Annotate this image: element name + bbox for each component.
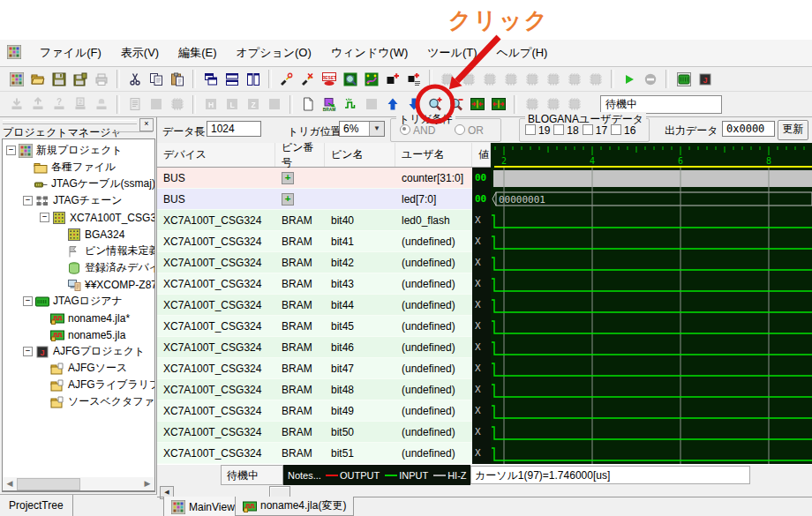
- bit-19-checkbox[interactable]: [525, 124, 536, 135]
- save-multi-button[interactable]: [70, 69, 91, 90]
- column-header-4[interactable]: 値: [472, 143, 491, 167]
- tree-item-[interactable]: −新規プロジェクト: [3, 142, 154, 159]
- table-row-bit41[interactable]: XC7A100T_CSG324BRAMbit41(undefined): [157, 231, 472, 252]
- reset-button[interactable]: RESET: [319, 69, 340, 90]
- column-header-3[interactable]: ユーザ名: [395, 143, 472, 167]
- cut-button[interactable]: [124, 69, 146, 90]
- expand-bus-button[interactable]: +: [282, 193, 294, 206]
- collapse-icon[interactable]: −: [40, 213, 49, 222]
- tile-vertical-button[interactable]: [243, 69, 264, 90]
- table-row-bit42[interactable]: XC7A100T_CSG324BRAMbit42(undefined): [157, 252, 472, 273]
- menu-ツール[interactable]: ツール(T): [417, 41, 486, 64]
- trigger-position-select[interactable]: 6% ▼: [339, 121, 385, 137]
- tree-item-xcompz87[interactable]: ¥¥XCOMP-Z87: [3, 276, 154, 293]
- zoom-fit-button[interactable]: [467, 93, 488, 115]
- tree-item-ajfg[interactable]: AJFGライブラリファイル: [3, 377, 154, 393]
- logana-board-button[interactable]: [673, 69, 695, 90]
- add-target-list-button[interactable]: [403, 69, 425, 90]
- tab-project-tree[interactable]: ProjectTree: [0, 495, 73, 516]
- menu-編集[interactable]: 編集(E): [169, 41, 226, 64]
- scroll-right-icon[interactable]: ▶: [141, 478, 154, 489]
- column-header-0[interactable]: デバイス: [157, 143, 275, 167]
- boundary-scan-button[interactable]: [361, 69, 382, 90]
- notes-button[interactable]: Notes...: [288, 470, 321, 481]
- paste-button[interactable]: [167, 69, 188, 90]
- disconnect-cable-button[interactable]: [297, 69, 319, 90]
- table-row-bit47[interactable]: XC7A100T_CSG324BRAMbit47(undefined): [157, 358, 472, 379]
- update-button[interactable]: 更新: [778, 120, 808, 140]
- table-row-bit43[interactable]: XC7A100T_CSG324BRAMbit43(undefined): [157, 273, 472, 295]
- tree-item-bga324[interactable]: BGA324: [3, 226, 154, 243]
- tree-item-ajfg[interactable]: AJFGソース: [3, 360, 154, 377]
- tree-item-ajfg[interactable]: −JAJFGプロジェクト: [3, 343, 154, 360]
- run-button[interactable]: [619, 69, 640, 90]
- scan-chain-button[interactable]: [340, 69, 361, 90]
- app-grid-button[interactable]: [6, 69, 27, 90]
- menu-オプション[interactable]: オプション(O): [227, 41, 321, 64]
- scrollbar-thumb[interactable]: [17, 478, 80, 490]
- tree-item-[interactable]: 各種ファイル: [3, 159, 154, 176]
- column-header-1[interactable]: ピン番号: [275, 143, 325, 167]
- tab-noname4[interactable]: noname4.jla(変更): [235, 497, 354, 516]
- bram-probe-button[interactable]: BRAM: [319, 93, 340, 115]
- new-waveform-button[interactable]: [297, 93, 319, 115]
- copy-button[interactable]: [146, 69, 167, 90]
- panel-grip[interactable]: [3, 120, 137, 124]
- table-row-counter[31:0][interactable]: BUS+counter[31:0]: [157, 168, 472, 189]
- tree-horizontal-scrollbar[interactable]: ◀ ▶: [2, 477, 155, 491]
- svg-text:?: ?: [56, 97, 62, 107]
- data-length-input[interactable]: 1024: [207, 121, 261, 137]
- close-icon[interactable]: ×: [139, 118, 154, 131]
- tree-item-jtag[interactable]: −JTAGロジアナ: [3, 293, 154, 310]
- bit-18-checkbox[interactable]: [553, 124, 564, 135]
- chevron-down-icon[interactable]: ▼: [369, 122, 384, 136]
- table-row-led[7:0][interactable]: BUS+led[7:0]: [157, 189, 472, 210]
- and-radio[interactable]: [400, 124, 410, 135]
- collapse-icon[interactable]: −: [6, 146, 16, 155]
- menu-ウィンドウ[interactable]: ウィンドウ(W): [321, 41, 417, 64]
- tree-item-[interactable]: ピン情報未定義: [3, 243, 154, 259]
- collapse-icon[interactable]: −: [23, 347, 33, 356]
- open-folder-button[interactable]: [27, 69, 49, 90]
- collapse-icon[interactable]: −: [23, 196, 33, 206]
- bit-16-checkbox[interactable]: [611, 124, 621, 135]
- cascade-windows-button[interactable]: [200, 69, 222, 90]
- expand-bus-button[interactable]: +: [282, 172, 294, 184]
- tree-item-noname4jla[interactable]: noname4.jla*: [3, 310, 154, 326]
- waveform-canvas[interactable]: 246800000001: [491, 143, 812, 464]
- table-row-bit50[interactable]: XC7A100T_CSG324BRAMbit50(undefined): [157, 422, 472, 443]
- set-high-icon: H: [204, 97, 218, 111]
- output-data-input[interactable]: 0x0000: [722, 121, 775, 137]
- menu-ヘルプ[interactable]: ヘルプ(H): [486, 41, 557, 64]
- scroll-left-icon[interactable]: ◀: [4, 478, 16, 489]
- menu-ファイル[interactable]: ファイル(F): [30, 41, 111, 64]
- table-row-bit40[interactable]: XC7A100T_CSG324BRAMbit40led0_flash: [157, 210, 472, 231]
- column-header-2[interactable]: ピン名: [325, 143, 395, 167]
- sample-settings-button[interactable]: [340, 93, 361, 115]
- table-row-bit48[interactable]: XC7A100T_CSG324BRAMbit48(undefined): [157, 379, 472, 400]
- zoom-all-button[interactable]: [488, 93, 509, 115]
- tab-main-view[interactable]: MainView: [163, 497, 243, 516]
- add-target-button[interactable]: [382, 69, 403, 90]
- connect-cable-button[interactable]: [276, 69, 297, 90]
- bit-17-checkbox[interactable]: [583, 124, 593, 135]
- tree-item-[interactable]: ソースベクタファイル: [3, 393, 154, 410]
- table-row-bit45[interactable]: XC7A100T_CSG324BRAMbit45(undefined): [157, 316, 472, 337]
- stop-button[interactable]: [640, 69, 661, 90]
- table-row-bit44[interactable]: XC7A100T_CSG324BRAMbit44(undefined): [157, 295, 472, 316]
- tree-item-[interactable]: 登録済みデバイス: [3, 259, 154, 276]
- folder-icon: [34, 161, 48, 175]
- table-row-bit46[interactable]: XC7A100T_CSG324BRAMbit46(undefined): [157, 337, 472, 358]
- table-row-bit49[interactable]: XC7A100T_CSG324BRAMbit49(undefined): [157, 400, 472, 422]
- tree-item-jtag[interactable]: −JTAGチェーン: [3, 192, 154, 209]
- collapse-icon[interactable]: −: [23, 296, 33, 306]
- tree-item-noname5jla[interactable]: noname5.jla: [3, 326, 154, 343]
- or-radio[interactable]: [455, 124, 465, 135]
- tile-horizontal-button[interactable]: [222, 69, 243, 90]
- tree-item-xc7a100t_csg324[interactable]: −XC7A100T_CSG324: [3, 209, 154, 226]
- table-row-bit51[interactable]: XC7A100T_CSG324BRAMbit51(undefined): [157, 443, 472, 464]
- tree-item-jtagssmaj[interactable]: JTAGケーブル(ssmaj): [3, 176, 154, 192]
- menu-表示[interactable]: 表示(V): [111, 41, 169, 64]
- ajfg-button[interactable]: J: [695, 69, 716, 90]
- save-button[interactable]: [49, 69, 70, 90]
